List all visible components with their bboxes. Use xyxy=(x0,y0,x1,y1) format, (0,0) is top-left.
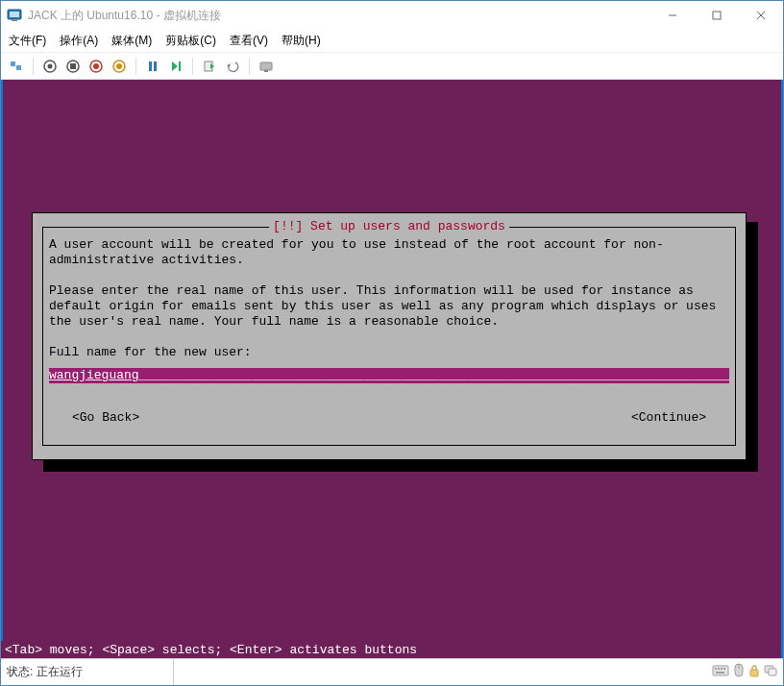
keyboard-icon xyxy=(712,664,729,680)
window-title: JACK 上的 Ubuntu16.10 - 虚拟机连接 xyxy=(28,8,650,24)
svg-point-10 xyxy=(48,63,53,68)
menu-help[interactable]: 帮助(H) xyxy=(282,33,321,49)
separator xyxy=(135,58,136,75)
shutdown-icon[interactable] xyxy=(86,57,106,76)
svg-rect-29 xyxy=(721,668,723,670)
fullname-input-blank: ________________________________________… xyxy=(139,368,729,383)
separator xyxy=(192,58,193,75)
status-text: 状态: 正在运行 xyxy=(1,659,174,685)
app-icon xyxy=(7,8,22,23)
svg-rect-12 xyxy=(70,63,76,69)
minimize-button[interactable] xyxy=(650,1,695,30)
svg-rect-34 xyxy=(750,670,758,676)
ctrl-alt-del-icon[interactable] xyxy=(7,57,26,76)
svg-rect-27 xyxy=(715,668,717,670)
dialog-buttons: <Go Back> <Continue> xyxy=(49,410,729,426)
dialog-field-label: Full name for the new user: xyxy=(49,345,729,360)
revert-icon[interactable] xyxy=(223,57,242,76)
menu-clipboard[interactable]: 剪贴板(C) xyxy=(165,33,216,49)
continue-button[interactable]: <Continue> xyxy=(631,410,706,426)
svg-rect-18 xyxy=(154,61,157,71)
titlebar: JACK 上的 Ubuntu16.10 - 虚拟机连接 xyxy=(1,1,783,30)
svg-rect-17 xyxy=(149,61,152,71)
svg-point-16 xyxy=(116,63,122,69)
statusbar: 状态: 正在运行 xyxy=(1,658,783,685)
svg-rect-26 xyxy=(713,666,728,675)
display-config-icon xyxy=(764,664,777,680)
menubar: 文件(F) 操作(A) 媒体(M) 剪贴板(C) 查看(V) 帮助(H) xyxy=(1,30,783,53)
svg-point-14 xyxy=(93,63,99,69)
svg-rect-30 xyxy=(723,668,725,670)
go-back-button[interactable]: <Go Back> xyxy=(72,410,139,426)
svg-rect-1 xyxy=(10,12,19,17)
svg-marker-19 xyxy=(172,61,178,71)
mouse-icon xyxy=(733,663,745,681)
separator xyxy=(33,58,34,75)
svg-rect-7 xyxy=(11,61,15,66)
close-button[interactable] xyxy=(739,1,783,30)
fullname-input-value: wangjieguang xyxy=(49,368,139,383)
menu-media[interactable]: 媒体(M) xyxy=(111,33,152,49)
start-icon[interactable] xyxy=(40,57,60,76)
menu-action[interactable]: 操作(A) xyxy=(60,33,98,49)
checkpoint-icon[interactable] xyxy=(200,57,219,76)
turnoff-icon[interactable] xyxy=(63,57,83,76)
vm-display[interactable]: [!!] Set up users and passwords A user a… xyxy=(1,80,783,658)
fullname-input[interactable]: wangjieguang ___________________________… xyxy=(49,368,729,383)
menu-file[interactable]: 文件(F) xyxy=(9,33,46,49)
svg-rect-25 xyxy=(264,70,268,72)
enhanced-session-icon[interactable] xyxy=(257,57,276,76)
svg-rect-28 xyxy=(718,668,720,670)
dialog-text-2: Please enter the real name of this user.… xyxy=(49,283,729,330)
status-icons xyxy=(706,663,783,681)
separator xyxy=(249,58,250,75)
svg-rect-4 xyxy=(713,12,721,19)
save-icon[interactable] xyxy=(110,57,129,76)
dialog-frame: [!!] Set up users and passwords A user a… xyxy=(42,227,736,446)
lock-icon xyxy=(748,664,760,680)
svg-rect-2 xyxy=(12,19,17,21)
dialog-text-1: A user account will be created for you t… xyxy=(49,237,729,268)
svg-rect-20 xyxy=(179,61,181,71)
installer-help-bar: <Tab> moves; <Space> selects; <Enter> ac… xyxy=(1,641,783,658)
vm-connection-window: JACK 上的 Ubuntu16.10 - 虚拟机连接 文件(F) 操作(A) … xyxy=(0,0,784,686)
pause-icon[interactable] xyxy=(143,57,162,76)
svg-rect-8 xyxy=(16,65,21,70)
dialog-title: [!!] Set up users and passwords xyxy=(269,219,509,234)
menu-view[interactable]: 查看(V) xyxy=(230,33,268,49)
maximize-button[interactable] xyxy=(695,1,739,30)
installer-dialog: [!!] Set up users and passwords A user a… xyxy=(32,212,747,460)
svg-rect-24 xyxy=(260,62,272,70)
svg-rect-31 xyxy=(716,672,724,674)
toolbar xyxy=(1,53,783,80)
svg-rect-36 xyxy=(769,669,776,675)
reset-icon[interactable] xyxy=(166,57,185,76)
